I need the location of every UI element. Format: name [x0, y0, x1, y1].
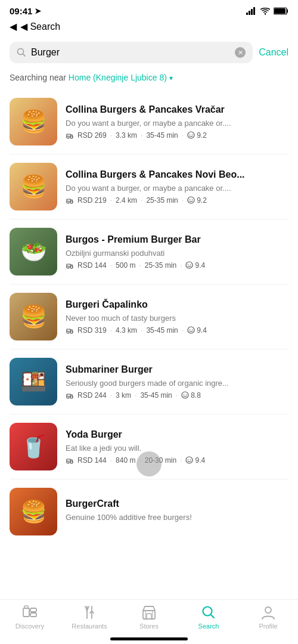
delivery-time: 35-45 min: [140, 391, 172, 400]
restaurant-thumbnail: 🍔: [10, 163, 57, 210]
delivery-time: 20-30 min: [145, 456, 176, 465]
restaurant-thumbnail: 🍔: [10, 488, 57, 535]
search-input[interactable]: [31, 47, 230, 58]
restaurant-description: Eat like a jedi you will.: [66, 444, 244, 453]
restaurant-emoji: 🍔: [10, 163, 57, 210]
restaurant-meta: RSD 219 ·2.4 km ·25-35 min · 9.2: [66, 196, 288, 205]
svg-rect-1: [249, 11, 250, 15]
min-order: RSD 319: [77, 326, 107, 335]
restaurant-meta: RSD 319 ·4.3 km ·35-45 min · 9.4: [66, 326, 288, 335]
time-label: 09:41: [10, 6, 32, 16]
svg-point-15: [188, 197, 194, 203]
svg-point-26: [190, 329, 190, 330]
restaurant-name: Collina Burgers & Pancakes Novi Beo...: [66, 169, 288, 181]
distance: 500 m: [116, 261, 135, 270]
restaurant-info: Collina Burgers & Pancakes Vračar Do you…: [66, 104, 288, 140]
restaurant-emoji: 🍱: [10, 358, 57, 405]
svg-point-4: [265, 13, 266, 14]
restaurant-name: Burgeri Čapalinko: [66, 299, 288, 311]
nav-item-restaurants[interactable]: Restaurants: [72, 605, 107, 630]
restaurant-item[interactable]: 🍔 Burgeri Čapalinko Never too much of ta…: [10, 284, 288, 349]
delivery-icon: [66, 131, 74, 140]
restaurant-item[interactable]: 🍔 Collina Burgers & Pancakes Novi Beo...…: [10, 154, 288, 219]
back-arrow: ◀: [10, 21, 17, 32]
restaurant-item[interactable]: 🍱 Submariner Burger Seriously good burge…: [10, 349, 288, 414]
delivery-icon: [66, 326, 74, 335]
signal-icon: [246, 7, 257, 15]
back-navigation[interactable]: ◀ ◀ Search: [0, 18, 298, 37]
cancel-button[interactable]: Cancel: [259, 47, 288, 58]
svg-point-10: [188, 132, 194, 138]
svg-point-32: [186, 394, 187, 395]
svg-point-11: [190, 134, 190, 135]
nav-label-profile: Profile: [259, 623, 277, 630]
rating: 8.8: [181, 391, 201, 400]
svg-point-31: [184, 394, 184, 395]
distance: 4.3 km: [116, 326, 137, 335]
status-time: 09:41 ➤: [10, 6, 41, 16]
nav-item-search[interactable]: Search: [191, 605, 226, 630]
home-indicator: [110, 637, 188, 640]
restaurant-description: Ozbiljni gurmanski poduhvati: [66, 249, 244, 258]
restaurant-emoji: 🍔: [10, 488, 57, 535]
svg-point-37: [190, 459, 191, 460]
rating: 9.4: [185, 261, 205, 270]
restaurant-meta: RSD 144 ·840 m ·20-30 min · 9.4: [66, 456, 288, 465]
location-row[interactable]: Searching near Home (Kneginje Ljubice 8)…: [0, 68, 298, 89]
restaurant-item[interactable]: 🍔 Collina Burgers & Pancakes Vračar Do y…: [10, 89, 288, 154]
distance: 840 m: [116, 456, 135, 465]
back-label: ◀ Search: [20, 21, 60, 32]
restaurant-info: Submariner Burger Seriously good burgers…: [66, 364, 288, 400]
restaurant-name: Yoda Burger: [66, 429, 288, 441]
restaurant-info: Burgeri Čapalinko Never too much of tast…: [66, 299, 288, 335]
restaurant-name: Submariner Burger: [66, 364, 288, 376]
svg-rect-2: [251, 9, 253, 15]
restaurant-thumbnail: 🥗: [10, 228, 57, 275]
delivery-time: 35-45 min: [146, 326, 178, 335]
restaurant-emoji: 🥗: [10, 228, 57, 275]
svg-point-50: [265, 607, 271, 613]
svg-point-22: [190, 264, 191, 265]
svg-rect-39: [30, 608, 36, 612]
nav-label-stores: Stores: [139, 623, 159, 630]
restaurant-info: BurgerCraft Genuine 100% additive free b…: [66, 498, 288, 525]
min-order: RSD 144: [77, 261, 107, 270]
restaurant-meta: RSD 144 ·500 m ·25-35 min · 9.4: [66, 261, 288, 270]
back-button[interactable]: ◀ ◀ Search: [10, 21, 288, 32]
search-icon: [17, 48, 26, 57]
status-icons: [246, 7, 288, 15]
restaurant-name: BurgerCraft: [66, 498, 288, 510]
svg-point-20: [186, 262, 193, 268]
nav-item-stores[interactable]: Stores: [131, 605, 167, 630]
clear-button[interactable]: ✕: [235, 47, 246, 58]
restaurant-item[interactable]: 🥤 Yoda Burger Eat like a jedi you will. …: [10, 414, 288, 479]
nav-item-discovery[interactable]: Discovery: [12, 605, 48, 630]
restaurant-item[interactable]: 🍔 BurgerCraft Genuine 100% additive free…: [10, 479, 288, 544]
nav-item-profile[interactable]: Profile: [250, 605, 286, 630]
location-name[interactable]: Home (Kneginje Ljubice 8): [69, 73, 169, 82]
smile-icon: [181, 391, 189, 399]
svg-rect-6: [274, 8, 285, 14]
delivery-time: 35-45 min: [146, 131, 178, 140]
rating: 9.2: [187, 131, 207, 140]
restaurant-item[interactable]: 🥗 Burgos - Premium Burger Bar Ozbiljni g…: [10, 219, 288, 284]
search-input-wrapper[interactable]: ✕: [10, 42, 253, 63]
restaurant-thumbnail: 🍔: [10, 293, 57, 340]
smile-icon: [187, 326, 195, 334]
restaurant-emoji: 🍔: [10, 98, 57, 145]
restaurant-description: Never too much of tasty burgers: [66, 314, 244, 323]
discovery-icon: [22, 605, 38, 620]
wifi-icon: [260, 8, 270, 15]
delivery-icon: [66, 196, 74, 205]
svg-rect-40: [30, 613, 36, 617]
delivery-icon: [66, 391, 74, 400]
svg-rect-3: [253, 7, 255, 15]
search-bar-row: ✕ Cancel: [0, 37, 298, 68]
svg-point-35: [186, 457, 193, 463]
restaurant-thumbnail: 🍔: [10, 98, 57, 145]
restaurant-name: Collina Burgers & Pancakes Vračar: [66, 104, 288, 116]
svg-point-25: [188, 327, 194, 333]
distance: 3.3 km: [116, 131, 137, 140]
restaurant-emoji: 🥤: [10, 423, 57, 470]
restaurant-info: Yoda Burger Eat like a jedi you will. RS…: [66, 429, 288, 465]
